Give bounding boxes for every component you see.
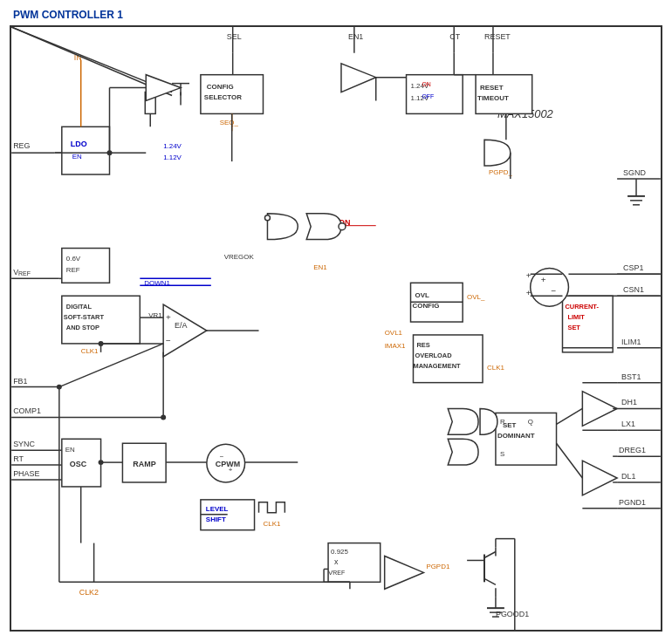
svg-text:1.12V: 1.12V: [163, 154, 182, 161]
svg-text:PGND1: PGND1: [619, 498, 646, 507]
svg-text:DOMINANT: DOMINANT: [497, 432, 535, 440]
svg-text:ILIM1: ILIM1: [621, 338, 641, 346]
svg-text:CLK1: CLK1: [263, 520, 280, 528]
svg-text:CSP1: CSP1: [623, 263, 643, 272]
svg-text:MANAGEMENT: MANAGEMENT: [413, 362, 461, 370]
svg-text:RES: RES: [416, 341, 429, 349]
svg-text:SEQ_: SEQ_: [220, 119, 239, 126]
svg-text:CLK1: CLK1: [81, 347, 99, 355]
svg-text:−: −: [166, 336, 171, 345]
svg-text:OVERLOAD: OVERLOAD: [415, 352, 452, 359]
svg-text:DH1: DH1: [621, 398, 637, 406]
svg-text:IMAX1: IMAX1: [385, 342, 406, 350]
svg-text:S: S: [500, 450, 504, 458]
svg-text:CURRENT-: CURRENT-: [565, 303, 599, 311]
svg-text:0.925: 0.925: [331, 549, 348, 556]
svg-text:+: +: [526, 270, 531, 280]
svg-text:+: +: [166, 312, 171, 322]
svg-text:EN1: EN1: [348, 32, 363, 41]
svg-text:RAMP: RAMP: [133, 460, 155, 468]
svg-text:LIMIT: LIMIT: [567, 313, 585, 321]
svg-text:SYNC: SYNC: [13, 440, 35, 448]
svg-text:CONFIG: CONFIG: [412, 302, 439, 310]
svg-text:CLK1: CLK1: [487, 364, 504, 372]
svg-text:LDO: LDO: [71, 140, 87, 148]
svg-text:OVL_: OVL_: [467, 293, 485, 301]
svg-text:Q: Q: [528, 418, 533, 426]
svg-text:EN: EN: [65, 446, 75, 454]
svg-text:OFF: OFF: [422, 93, 434, 99]
svg-text:OVL1: OVL1: [385, 329, 403, 337]
svg-text:OSC: OSC: [70, 460, 87, 468]
svg-text:REF: REF: [66, 266, 80, 274]
svg-text:PHASE: PHASE: [13, 469, 39, 478]
svg-text:LX1: LX1: [621, 420, 635, 428]
svg-text:SELECTOR: SELECTOR: [204, 93, 242, 101]
svg-text:RT: RT: [13, 454, 24, 463]
svg-point-86: [264, 215, 270, 221]
svg-text:SHIFT: SHIFT: [206, 516, 226, 523]
svg-point-217: [57, 385, 62, 390]
svg-text:0.6V: 0.6V: [66, 255, 81, 263]
svg-point-87: [339, 223, 346, 230]
svg-text:SET: SET: [567, 324, 580, 331]
svg-point-209: [161, 414, 166, 420]
svg-text:COMP1: COMP1: [13, 406, 41, 415]
main-container: PWM CONTROLLER 1 MAX15002 IN REG VREF FB…: [0, 0, 672, 635]
svg-text:−: −: [220, 453, 224, 461]
svg-text:VREF: VREF: [328, 569, 345, 577]
svg-text:FB1: FB1: [13, 377, 27, 386]
svg-text:R: R: [500, 418, 505, 426]
svg-text:CONFIG: CONFIG: [207, 83, 234, 91]
svg-text:1.24V: 1.24V: [163, 142, 182, 150]
svg-text:CSN1: CSN1: [623, 285, 644, 294]
svg-text:AND STOP: AND STOP: [66, 324, 99, 331]
svg-text:CT: CT: [449, 32, 460, 41]
svg-text:SOFT-START: SOFT-START: [64, 313, 105, 321]
svg-text:SEL: SEL: [227, 32, 242, 41]
svg-text:LEVEL: LEVEL: [206, 505, 229, 513]
svg-text:SGND: SGND: [623, 168, 646, 177]
diagram-area: MAX15002 IN REG VREF FB1 COMP1 SYNC: [10, 25, 662, 632]
svg-text:+: +: [541, 275, 546, 284]
svg-text:BST1: BST1: [621, 372, 641, 381]
svg-text:CLK2: CLK2: [79, 588, 99, 597]
svg-text:EN1: EN1: [313, 263, 327, 271]
svg-text:+: +: [229, 466, 233, 474]
diagram-title: PWM CONTROLLER 1: [13, 9, 663, 21]
svg-text:PGPD1: PGPD1: [426, 563, 449, 570]
svg-text:DREG1: DREG1: [619, 446, 646, 454]
svg-text:EN: EN: [72, 153, 82, 160]
svg-text:RESET: RESET: [484, 32, 511, 41]
svg-text:VREGOK: VREGOK: [224, 253, 255, 261]
svg-text:PGPD_: PGPD_: [489, 168, 512, 176]
svg-text:DL1: DL1: [621, 472, 635, 481]
svg-text:OVL: OVL: [415, 291, 429, 299]
svg-text:E/A: E/A: [175, 321, 187, 330]
svg-text:RESET: RESET: [480, 84, 504, 92]
svg-text:x: x: [334, 557, 339, 566]
svg-text:−: −: [552, 286, 557, 296]
svg-text:PGOOD1: PGOOD1: [496, 610, 529, 618]
svg-text:DIGITAL: DIGITAL: [66, 303, 93, 311]
circuit-diagram: MAX15002 IN REG VREF FB1 COMP1 SYNC: [11, 27, 661, 630]
svg-text:REG: REG: [13, 141, 30, 150]
svg-text:ON: ON: [422, 81, 430, 87]
svg-text:TIMEOUT: TIMEOUT: [477, 94, 509, 102]
svg-rect-49: [62, 126, 110, 174]
svg-point-168: [99, 460, 104, 465]
